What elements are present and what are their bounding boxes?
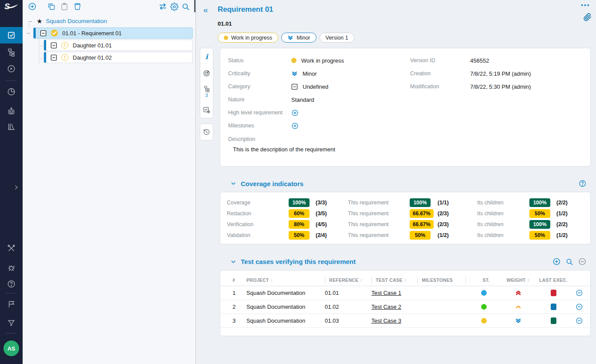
coverage-help-icon[interactable]	[579, 180, 586, 187]
sidebar-item-filters[interactable]	[0, 315, 23, 331]
sidebar-item-reporting[interactable]	[0, 83, 23, 100]
unlink-all-icon[interactable]	[578, 257, 586, 266]
test-case-link[interactable]: Test Case 1	[371, 290, 401, 296]
col-status[interactable]: ST.	[465, 277, 502, 284]
last-exec-status-icon	[551, 304, 556, 310]
tree-root-project[interactable]: − ★ Squash Documentation	[25, 17, 193, 26]
tree-node-daughter-1: ! Daughter 01.01	[44, 40, 193, 51]
requirement-color-bar	[34, 28, 36, 38]
tree-item-label: Daughter 01.01	[73, 42, 112, 49]
col-weight[interactable]: WEIGHT↑	[502, 277, 534, 283]
tab-information[interactable]: i	[200, 48, 213, 65]
sidebar-item-test-cases[interactable]	[0, 44, 23, 60]
add-high-level-requirement-icon[interactable]	[291, 109, 299, 117]
squash-tm-app: S	[0, 0, 596, 364]
tree-item-daughter-0101[interactable]: ! Daughter 01.01	[44, 40, 193, 51]
tree-item-daughter-0102[interactable]: ! Daughter 01.02	[44, 52, 193, 63]
search-icon[interactable]	[180, 1, 191, 12]
col-milestones[interactable]: MILESTONES	[418, 277, 465, 284]
test-cases-table-card: # PROJECT↑ REFERENCE↑ TEST CASE↑ MILESTO…	[220, 270, 591, 336]
more-menu-icon[interactable]	[581, 4, 589, 6]
swap-columns-icon[interactable]	[157, 1, 168, 12]
collapse-panel-chevrons-icon[interactable]: «	[203, 6, 215, 14]
col-project[interactable]: PROJECT↑	[246, 277, 325, 283]
add-icon[interactable]	[27, 1, 38, 12]
squash-logo[interactable]: S	[3, 1, 20, 12]
col-last-exec[interactable]: LAST EXEC.	[534, 277, 573, 283]
test-case-link[interactable]: Test Case 3	[371, 317, 401, 324]
tree-item-requirement-01[interactable]: 01.01 - Requirement 01	[33, 27, 193, 39]
search-test-case-icon[interactable]	[566, 258, 573, 266]
field-label: Status	[228, 57, 291, 63]
coverage-count: (3/5)	[316, 210, 348, 217]
sidebar-item-bugtracker[interactable]	[0, 260, 23, 276]
sidebar-item-campaigns[interactable]	[0, 60, 23, 77]
add-milestone-icon[interactable]	[291, 122, 299, 130]
status-badge[interactable]: Work in progress	[218, 33, 278, 43]
tab-history[interactable]	[200, 124, 213, 140]
attachments-paperclip-icon[interactable]	[583, 13, 592, 21]
chevron-down-icon[interactable]	[231, 259, 236, 264]
star-icon: ★	[37, 18, 42, 24]
row-reference: 01.01	[325, 290, 371, 296]
robot-icon	[7, 107, 16, 116]
description-text[interactable]: This is the description of the requireme…	[233, 146, 410, 153]
collapse-toggle-icon[interactable]: −	[25, 31, 31, 35]
tree-node-requirement: − 01.01 - Requirement 01	[25, 27, 193, 39]
settings-gear-icon[interactable]	[168, 1, 180, 12]
user-avatar[interactable]: AS	[3, 341, 19, 356]
coverage-count: (2/4)	[316, 232, 348, 238]
sidebar-item-automation[interactable]	[0, 103, 23, 120]
criticality-badge[interactable]: Minor	[281, 33, 316, 43]
unlink-test-case-icon[interactable]	[573, 317, 585, 324]
test-cases-section-header: Test cases verifying this requirement	[231, 257, 590, 266]
coverage-count: (2/2)	[556, 200, 590, 206]
sidebar-item-milestones[interactable]	[0, 296, 23, 312]
coverage-count: (2/3)	[438, 210, 477, 217]
coverage-pct-badge: 80%	[289, 220, 310, 229]
weight-very-high-icon	[502, 290, 534, 296]
copy-icon[interactable]	[46, 1, 57, 12]
tab-coverage-stats[interactable]	[200, 65, 213, 81]
collapse-toggle-icon[interactable]: −	[27, 19, 33, 23]
tree-root-label[interactable]: Squash Documentation	[46, 18, 107, 24]
link-test-case-add-icon[interactable]	[552, 257, 561, 266]
col-test-case[interactable]: TEST CASE↑	[371, 277, 418, 284]
col-num[interactable]: #	[232, 277, 246, 283]
coverage-count: (1/2)	[556, 210, 590, 217]
tab-verifying-checkbox-link[interactable]	[200, 101, 213, 118]
row-project: Squash Documentation	[246, 304, 325, 310]
unlink-test-case-icon[interactable]	[573, 303, 585, 311]
sidebar-item-administration[interactable]	[0, 240, 23, 257]
coverage-row: Verification 80% (4/5) This requirement …	[220, 219, 590, 230]
test-case-link[interactable]: Test Case 2	[371, 304, 401, 310]
square-minus-icon	[51, 42, 57, 49]
coverage-row-label: Redaction	[227, 210, 289, 217]
sidebar-item-help[interactable]	[0, 276, 23, 292]
field-value[interactable]: Standard	[291, 97, 314, 103]
status-dot-icon	[481, 304, 487, 310]
tree-scrollbar[interactable]	[194, 0, 195, 12]
field-label: High level requirement	[228, 110, 291, 116]
paste-icon[interactable]	[59, 1, 70, 12]
version-badge[interactable]: Version 1	[320, 33, 354, 43]
coverage-count: (1/1)	[438, 200, 477, 206]
delete-icon[interactable]	[72, 1, 83, 12]
chevron-down-icon[interactable]	[231, 181, 236, 186]
field-nature: Nature Standard	[228, 93, 410, 106]
tab-linked-test-cases[interactable]: 3	[200, 81, 213, 101]
unlink-test-case-icon[interactable]	[573, 289, 585, 297]
double-chevron-down-icon	[291, 70, 298, 77]
sidebar-item-library[interactable]	[0, 118, 23, 135]
expand-rail-chevron-icon[interactable]	[13, 184, 19, 190]
coverage-count: (2/2)	[556, 221, 590, 227]
tree-connector	[39, 46, 44, 47]
field-value[interactable]: Work in progress	[301, 57, 344, 64]
field-value[interactable]: Undefined	[303, 83, 328, 90]
col-reference[interactable]: REFERENCE↑	[325, 277, 371, 284]
field-modification: Modification 7/8/22, 5:30 PM (admin)	[410, 80, 583, 93]
field-label: Category	[228, 83, 291, 90]
test-cases-table-header: # PROJECT↑ REFERENCE↑ TEST CASE↑ MILESTO…	[220, 274, 590, 286]
field-value[interactable]: Minor	[303, 70, 317, 77]
sidebar-item-requirements[interactable]	[0, 27, 23, 43]
